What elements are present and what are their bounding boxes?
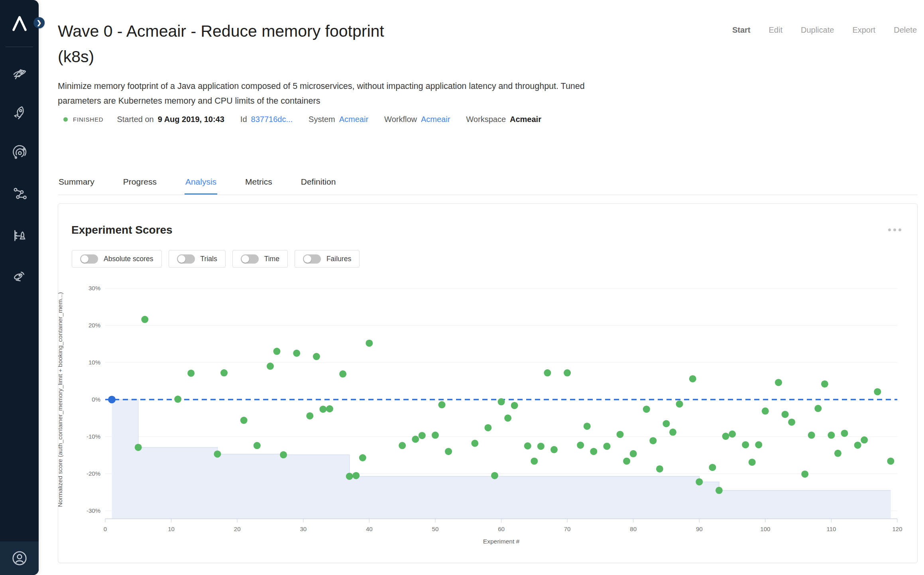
switch-off-icon[interactable] — [303, 254, 321, 264]
ellipsis-icon — [888, 228, 891, 231]
tab-definition[interactable]: Definition — [300, 176, 337, 195]
toggle-time[interactable]: Time — [232, 250, 288, 268]
start-button[interactable]: Start — [732, 26, 751, 35]
card-menu-button[interactable] — [888, 228, 901, 231]
panel-title: Experiment Scores — [71, 224, 173, 236]
chevron-right-icon: ❯ — [37, 19, 42, 26]
svg-text:60: 60 — [498, 526, 505, 532]
svg-text:100: 100 — [760, 526, 770, 532]
sidebar-divider — [6, 47, 33, 47]
svg-text:40: 40 — [366, 526, 373, 532]
svg-text:0: 0 — [104, 526, 107, 532]
svg-text:Experiment #: Experiment # — [483, 538, 520, 545]
workspace: WorkspaceAcmeair — [466, 115, 541, 124]
user-account-icon — [11, 550, 28, 567]
sidebar-item-launchpad[interactable] — [0, 226, 39, 244]
toggle-failures[interactable]: Failures — [295, 250, 360, 268]
svg-text:30: 30 — [300, 526, 307, 532]
spaceship-icon — [12, 65, 28, 81]
network-icon — [12, 185, 28, 201]
duplicate-button[interactable]: Duplicate — [801, 26, 834, 35]
experiment-scores-card: 30%20%10%0%-10%-20%-30%01020304050607080… — [58, 203, 918, 563]
sidebar-item-spaceship[interactable] — [0, 65, 39, 82]
svg-text:Normalized score (auth_contain: Normalized score (auth_container_memory_… — [58, 292, 63, 507]
svg-text:10: 10 — [168, 526, 175, 532]
study-id-link[interactable]: 837716dc... — [251, 115, 293, 124]
study-description: Minimize memory footprint of a Java appl… — [58, 79, 664, 108]
tab-summary[interactable]: Summary — [58, 176, 95, 195]
status-dot-icon — [63, 117, 68, 122]
export-button[interactable]: Export — [852, 26, 875, 35]
chart-toggles: Absolute scores Trials Time Failures — [72, 250, 360, 268]
sidebar-expand-button[interactable]: ❯ — [33, 17, 45, 28]
svg-text:70: 70 — [564, 526, 571, 532]
workflow: WorkflowAcmeair — [384, 115, 450, 124]
switch-off-icon[interactable] — [241, 254, 259, 264]
rocket-icon — [12, 104, 28, 120]
sidebar — [0, 0, 39, 575]
delete-button[interactable]: Delete — [894, 26, 917, 35]
tab-analysis[interactable]: Analysis — [185, 176, 217, 195]
study-id: Id837716dc... — [240, 115, 293, 124]
header-actions: Start Edit Duplicate Export Delete — [732, 26, 917, 35]
edit-button[interactable]: Edit — [769, 26, 782, 35]
svg-text:80: 80 — [630, 526, 637, 532]
experiment-detail-page: ❯ Wave 0 - Acmeair - Reduce memory footp… — [0, 0, 924, 575]
system: SystemAcmeair — [309, 115, 368, 124]
status-label: FINISHED — [73, 116, 103, 123]
sidebar-item-network[interactable] — [0, 185, 39, 202]
svg-text:50: 50 — [432, 526, 439, 532]
started-value: 9 Aug 2019, 10:43 — [158, 115, 224, 124]
svg-text:20: 20 — [234, 526, 241, 532]
toggle-trials[interactable]: Trials — [169, 250, 226, 268]
svg-text:30%: 30% — [88, 285, 100, 291]
workspace-value: Acmeair — [510, 115, 541, 124]
user-account-button[interactable] — [0, 547, 39, 569]
meta-row: FINISHED Started on9 Aug 2019, 10:43 Id8… — [58, 115, 557, 124]
sidebar-footer — [0, 542, 39, 575]
svg-text:90: 90 — [696, 526, 703, 532]
svg-text:-20%: -20% — [87, 470, 100, 477]
svg-text:10%: 10% — [88, 359, 100, 366]
switch-off-icon[interactable] — [177, 254, 195, 264]
system-link[interactable]: Acmeair — [339, 115, 368, 124]
logo-caret-icon — [9, 13, 30, 33]
toggle-absolute-scores[interactable]: Absolute scores — [72, 250, 162, 268]
workflow-link[interactable]: Acmeair — [421, 115, 450, 124]
tab-bar: Summary Progress Analysis Metrics Defini… — [58, 176, 918, 195]
switch-off-icon[interactable] — [80, 254, 98, 264]
sidebar-item-satellite[interactable] — [0, 266, 39, 284]
sidebar-item-rocket[interactable] — [0, 104, 39, 121]
svg-text:20%: 20% — [88, 322, 100, 329]
satellite-icon — [12, 267, 28, 283]
svg-text:120: 120 — [892, 526, 902, 532]
tab-progress[interactable]: Progress — [122, 176, 157, 195]
svg-text:0%: 0% — [92, 396, 100, 403]
akamas-logo — [0, 9, 39, 37]
status-badge: FINISHED — [63, 116, 103, 123]
orbit-icon — [12, 145, 28, 161]
page-title: Wave 0 - Acmeair - Reduce memory footpri… — [58, 18, 616, 69]
svg-text:-10%: -10% — [87, 433, 100, 440]
svg-text:-30%: -30% — [87, 507, 100, 514]
started-on: Started on9 Aug 2019, 10:43 — [117, 115, 224, 124]
sidebar-item-orbit[interactable] — [0, 144, 39, 162]
svg-text:110: 110 — [826, 526, 836, 532]
tab-metrics[interactable]: Metrics — [244, 176, 273, 195]
launchpad-icon — [12, 227, 28, 243]
